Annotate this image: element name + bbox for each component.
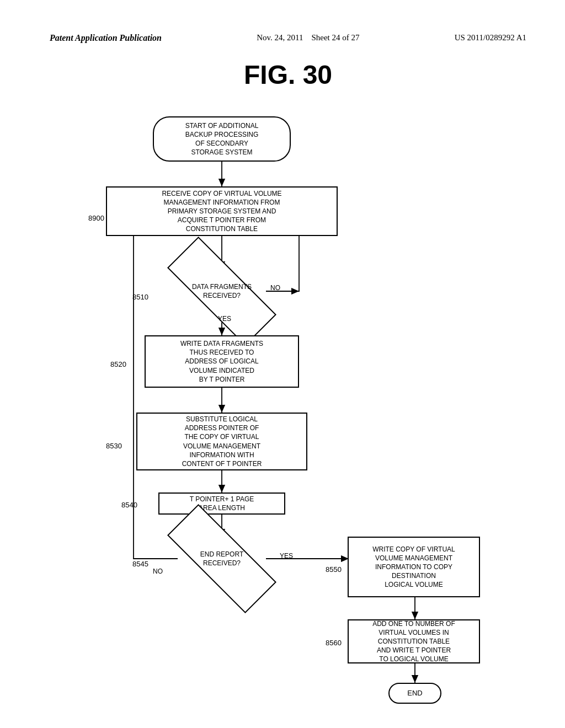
n8520-box: WRITE DATA FRAGMENTS THUS RECEIVED TO AD… [145,335,299,388]
label-8900: 8900 [88,214,104,222]
n8560-label: ADD ONE TO NUMBER OF VIRTUAL VOLUMES IN … [372,619,455,664]
n8545-diamond: END REPORT RECEIVED? [167,537,277,581]
label-8560: 8560 [326,639,342,647]
n8510-text: DATA FRAGMENTS RECEIVED? [167,269,277,313]
no2-label: NO [153,568,163,575]
n8530-box: SUBSTITUTE LOGICAL ADDRESS POINTER OF TH… [136,413,307,470]
n8900-label: RECEIVE COPY OF VIRTUAL VOLUME MANAGEMEN… [162,189,281,234]
n8540-box: T POINTER+ 1 PAGE AREA LENGTH [158,493,285,515]
page: Patent Application Publication Nov. 24, … [0,0,565,728]
header-date: Nov. 24, 2011 [257,33,303,42]
label-8550: 8550 [326,565,342,574]
yes2-label: YES [280,552,293,560]
header-left: Patent Application Publication [50,33,162,43]
label-8545: 8545 [132,560,148,568]
yes1-label: YES [218,315,231,323]
label-8520: 8520 [110,360,126,368]
n8510-diamond: DATA FRAGMENTS RECEIVED? [167,269,277,313]
label-8510: 8510 [132,293,148,301]
n8520-label: WRITE DATA FRAGMENTS THUS RECEIVED TO AD… [180,339,263,384]
end-label: END [407,688,422,698]
flowchart: START OF ADDITIONAL BACKUP PROCESSING OF… [51,106,525,702]
start-box: START OF ADDITIONAL BACKUP PROCESSING OF… [153,116,291,162]
n8550-label: WRITE COPY OF VIRTUAL VOLUME MANAGEMENT … [372,545,455,590]
n8560-box: ADD ONE TO NUMBER OF VIRTUAL VOLUMES IN … [348,619,480,663]
figure-title: FIG. 30 [50,60,526,90]
n8550-box: WRITE COPY OF VIRTUAL VOLUME MANAGEMENT … [348,537,480,597]
header: Patent Application Publication Nov. 24, … [50,33,526,43]
start-label: START OF ADDITIONAL BACKUP PROCESSING OF… [185,121,259,157]
end-box: END [388,683,441,704]
label-8530: 8530 [106,442,122,450]
header-sheet: Sheet 24 of 27 [311,33,359,42]
n8900-box: RECEIVE COPY OF VIRTUAL VOLUME MANAGEMEN… [106,186,338,236]
n8545-text: END REPORT RECEIVED? [167,537,277,581]
n8530-label: SUBSTITUTE LOGICAL ADDRESS POINTER OF TH… [182,415,262,468]
header-right: US 2011/0289292 A1 [455,33,526,42]
label-8540: 8540 [121,501,137,509]
header-center: Nov. 24, 2011 Sheet 24 of 27 [257,33,359,42]
